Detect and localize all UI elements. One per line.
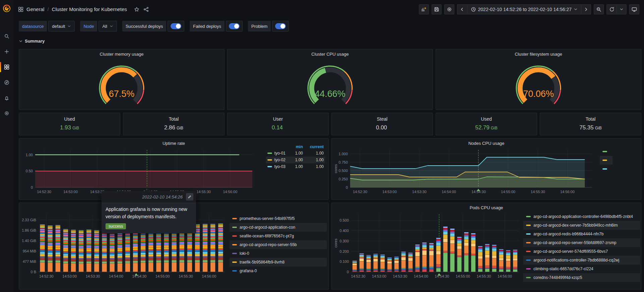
sidebar-item-create[interactable] xyxy=(1,46,12,57)
chart-legend xyxy=(600,147,613,173)
axis-tick-label: 14:53:00 xyxy=(372,274,386,278)
annotation-tag[interactable]: success xyxy=(106,223,126,229)
legend-item[interactable] xyxy=(600,165,613,173)
toggle-label: Successful deploys xyxy=(122,21,166,32)
star-icon[interactable] xyxy=(134,7,139,12)
axis-tick-label: 0.300 xyxy=(339,239,349,243)
legend-swatch xyxy=(526,277,531,278)
breadcrumb-section[interactable]: General xyxy=(26,6,44,12)
zoom-out-time-button[interactable] xyxy=(594,4,604,14)
axis-tick-label: 0 xyxy=(31,185,33,189)
annotation-message: Application grafana is now running new v… xyxy=(106,206,192,220)
legend-item[interactable] xyxy=(600,147,613,156)
stat-label: Total xyxy=(123,116,224,122)
time-shift-forward-button[interactable] xyxy=(581,4,591,14)
legend-item[interactable]: tyo-01 xyxy=(266,150,287,157)
gauge-panel: Cluster filesystem usage70.06% xyxy=(436,49,641,110)
summary-section-label: Summary xyxy=(25,39,45,44)
annotation-timestamp: 2022-02-10 14:54:26 xyxy=(142,194,183,199)
legend-swatch xyxy=(526,216,531,217)
edit-annotation-button[interactable] xyxy=(186,193,193,200)
grafana-logo[interactable] xyxy=(2,4,11,14)
dashboard-content: datasource default Node All Successful d… xyxy=(13,18,644,292)
axis-tick-label: 0.400 xyxy=(339,229,349,233)
stat-unit: GiB xyxy=(491,126,498,130)
axis-tick-label: 14:53:30 xyxy=(412,190,427,194)
sidebar-item-explore[interactable] xyxy=(1,77,12,88)
legend-item[interactable]: tyo-02 xyxy=(266,157,287,163)
axis-tick-label: 0 xyxy=(347,270,349,274)
legend-item[interactable]: argo-cd-argocd-server-574df69555-6bvs7 xyxy=(523,247,640,256)
axis-tick-label: 14:53:00 xyxy=(63,190,78,194)
legend-label: tyo-03 xyxy=(274,164,285,169)
time-shift-back-button[interactable] xyxy=(457,4,467,14)
refresh-interval-button[interactable] xyxy=(617,4,627,14)
kiosk-mode-button[interactable] xyxy=(629,4,639,14)
legend-label: seafile-ocean-6f8f76567c-pt7g xyxy=(240,234,294,238)
gear-icon xyxy=(447,7,452,12)
breadcrumb-separator: / xyxy=(47,6,49,12)
axis-tick-label: 14:54:30 xyxy=(132,274,146,278)
toggle-switch[interactable] xyxy=(226,21,243,32)
stat-unit: GiB xyxy=(177,126,183,130)
sidebar-item-dashboards[interactable] xyxy=(1,62,12,72)
node-select[interactable]: All xyxy=(99,21,117,32)
nodes_cpu-chart[interactable]: 00.2500.5000.7501.00014:52:3014:53:0014:… xyxy=(332,138,641,199)
legend-item[interactable]: prometheus-server-54b897f5f5 xyxy=(230,214,327,223)
stats-row: Used1.93GiBTotal2.86GiBUser0.14Steal0.00… xyxy=(19,113,641,135)
toggle-label: Problem xyxy=(248,21,271,32)
legend-item[interactable]: seafile-ocean-6f8f76567c-pt7g xyxy=(230,232,327,240)
legend-item[interactable]: argo-cd-argocd-redis-b966b4444-nfn7b xyxy=(523,230,640,238)
legend-min-value: 1.00 xyxy=(287,150,304,157)
legend-item[interactable] xyxy=(600,156,613,165)
axis-tick-label: 14:54:00 xyxy=(109,274,123,278)
legend-label: tyo-02 xyxy=(274,158,285,162)
uptime-panel: Uptime rate00.501.0014:52:3014:53:0014:5… xyxy=(19,138,329,200)
legend-item[interactable]: argo-cd-argocd-application-controller-64… xyxy=(523,212,640,221)
legend-item[interactable]: tyo-03 xyxy=(266,163,287,170)
stat-unit: GiB xyxy=(72,126,79,130)
legend-item[interactable]: climbing-static-6657dd76c7-cl224 xyxy=(523,265,640,273)
gauge-panel: Cluster memory usage67.5% xyxy=(19,49,224,110)
refresh-button[interactable] xyxy=(606,4,617,14)
legend-item[interactable]: argocd-notifications-controller-7bdb6888… xyxy=(523,256,640,265)
time-range-picker[interactable]: 2022-02-10 14:52:26 to 2022-02-10 14:56:… xyxy=(467,4,581,14)
share-icon[interactable] xyxy=(143,7,149,12)
legend-item[interactable]: argo-cd-argocd-repo-server-55b xyxy=(230,240,327,249)
legend-item[interactable]: loki-0 xyxy=(230,249,327,258)
stat-panel: User0.14 xyxy=(227,113,329,135)
axis-tick-label: 14:55:30 xyxy=(477,274,491,278)
toggle-track xyxy=(229,23,240,29)
panel-title: Cluster filesystem usage xyxy=(436,52,641,57)
stat-value: 75.35GiB xyxy=(540,124,641,131)
save-dashboard-button[interactable] xyxy=(432,4,442,14)
page-title[interactable]: Cluster Monitoring for Kubernetes xyxy=(52,6,127,12)
legend-item[interactable]: argo-cd-argocd-application-con xyxy=(230,223,327,232)
summary-section-toggle[interactable]: Summary xyxy=(19,39,45,44)
toggle-variable: Failed deploys xyxy=(190,21,243,32)
legend-label: grafana-0 xyxy=(240,269,257,273)
toggle-switch[interactable] xyxy=(272,21,289,32)
legend-item[interactable]: argo-cd-argocd-repo-server-55bfd8f697-zr… xyxy=(523,238,640,247)
legend-item[interactable]: argo-cd-argocd-dex-server-7b5bb949cc-mh6… xyxy=(523,221,640,230)
legend-label: argo-cd-argocd-application-controller-64… xyxy=(533,214,633,219)
chevron-left-icon xyxy=(459,7,465,12)
toggle-switch[interactable] xyxy=(168,21,184,32)
gauge-chart xyxy=(19,59,224,109)
legend-item[interactable]: coredns-7448499f4d-xzqz5 xyxy=(523,273,640,282)
datasource-select[interactable]: default xyxy=(48,21,75,32)
sidebar-item-alerting[interactable] xyxy=(1,93,12,103)
sidebar-item-configuration[interactable] xyxy=(1,108,12,119)
dashboard-settings-button[interactable] xyxy=(444,4,454,14)
legend-item[interactable]: grafana-0 xyxy=(230,267,327,275)
legend-label: argo-cd-argocd-application-con xyxy=(240,225,295,230)
sidebar-item-search[interactable] xyxy=(1,31,12,42)
legend-item[interactable]: traefik-5b95864fb9-8vrh8 xyxy=(230,258,327,267)
legend-swatch xyxy=(526,259,531,261)
sidebar xyxy=(0,0,13,292)
legend-swatch xyxy=(267,153,272,154)
legend-swatch xyxy=(232,261,237,263)
legend-label: argo-cd-argocd-repo-server-55bfd8f697-zr… xyxy=(533,240,616,245)
add-panel-button[interactable] xyxy=(419,4,429,14)
stat-panel: Used1.93GiB xyxy=(19,113,120,135)
